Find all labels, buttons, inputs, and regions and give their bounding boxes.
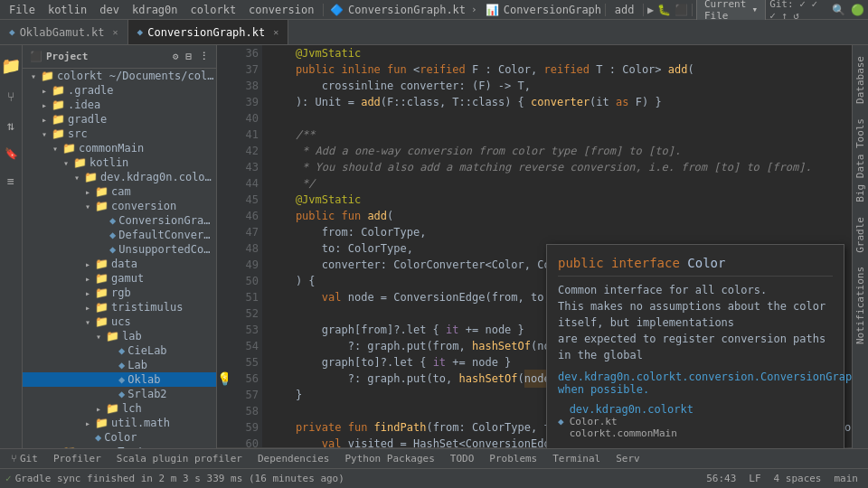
tab-conversiongraph-close[interactable]: ✕ — [273, 27, 278, 37]
tree-gradle[interactable]: ▸ 📁 .gradle — [23, 83, 216, 98]
status-check1: ✓ — [5, 473, 12, 484]
tree-gamut-label: gamut — [111, 272, 216, 285]
bottom-tab-profiler[interactable]: Profiler — [46, 451, 108, 466]
tree-defaultconversions-label: DefaultConversions — [118, 229, 216, 241]
menu-kotlin[interactable]: kotlin — [42, 2, 92, 18]
ln-58: 58 — [231, 403, 259, 419]
git-panel-btn[interactable]: ⑂ — [4, 86, 18, 108]
structure-btn[interactable]: ≡ — [4, 171, 18, 192]
tree-commonmain-label: commonMain — [79, 142, 216, 155]
bottom-tab-terminal[interactable]: Terminal — [545, 451, 608, 466]
code-line-42: * Add a one-way conversion from color ty… — [269, 143, 844, 159]
oklabgamut-icon: ◆ — [9, 26, 15, 38]
bottom-tab-problems[interactable]: Problems — [482, 451, 544, 466]
debug-icon[interactable]: 🐛 — [657, 4, 671, 16]
tree-src[interactable]: ▾ 📁 src — [23, 127, 216, 141]
bigdata-panel-btn[interactable]: Big Data Tools — [853, 111, 868, 210]
gutter-39 — [217, 94, 228, 110]
tree-oklab[interactable]: ◆ Oklab — [23, 372, 216, 387]
project-panel-btn[interactable]: 📁 — [0, 52, 24, 79]
tree-defaultconversions[interactable]: ◆ DefaultConversions — [23, 228, 216, 242]
bottom-tab-git[interactable]: ⑂ Git — [4, 451, 45, 466]
terminal-tab-label: Terminal — [552, 453, 600, 465]
tab-oklabgamut[interactable]: ◆ OklabGamut.kt ✕ — [0, 20, 128, 44]
status-position[interactable]: 56:43 — [702, 473, 741, 484]
tree-commonmain-icon: 📁 — [62, 142, 76, 155]
search-icon[interactable]: 🔍 — [832, 4, 845, 16]
tree-utilmath-icon: 📁 — [95, 417, 108, 429]
gutter-48 — [217, 240, 228, 257]
status-branch[interactable]: main — [830, 473, 863, 484]
tooltip-link2[interactable]: dev.kdrag0n.colorkt — [570, 403, 693, 416]
tree-rgb[interactable]: ▸ 📁 rgb — [23, 286, 216, 300]
tree-gradle2-label: gradle — [68, 113, 216, 126]
bottom-tab-todo[interactable]: TODO — [443, 451, 482, 466]
sidebar-collapse-icon[interactable]: ⊟ — [185, 51, 192, 62]
menu-dev[interactable]: dev — [94, 2, 125, 18]
tree-utilmath[interactable]: ▸ 📁 util.math — [23, 416, 216, 430]
tree-ucs-icon: 📁 — [95, 315, 108, 328]
tree-lab-file[interactable]: ◆ Lab — [23, 358, 216, 372]
status-indent[interactable]: 4 spaces — [769, 473, 826, 484]
tree-commonmain-arrow: ▾ — [48, 144, 62, 154]
menu-file[interactable]: File — [4, 2, 41, 18]
stop-icon[interactable]: ⬛ — [675, 4, 688, 16]
tree-gradle2[interactable]: ▸ 📁 gradle — [23, 112, 216, 127]
tree-cam[interactable]: ▸ 📁 cam — [23, 184, 216, 199]
sidebar-more-icon[interactable]: ⋮ — [199, 51, 209, 62]
bookmarks-btn[interactable]: 🔖 — [1, 144, 22, 164]
tree-tristimulus[interactable]: ▸ 📁 tristimulus — [23, 300, 216, 314]
tooltip-title: public interface Color — [558, 256, 833, 270]
tree-idea-arrow: ▸ — [37, 100, 52, 110]
tree-lch[interactable]: ▸ 📁 lch — [23, 401, 216, 416]
tree-conversiongraph-file[interactable]: ◆ ConversionGraph.kt — [23, 213, 216, 228]
pull-requests-btn[interactable]: ⇅ — [4, 115, 18, 136]
menu-conversion[interactable]: conversion — [243, 2, 319, 18]
bottom-tab-serv[interactable]: Serv — [609, 451, 647, 466]
tooltip-file1: Color.kt — [570, 416, 693, 427]
menu-bar: File kotlin dev kdrag0n colorkt conversi… — [0, 0, 868, 20]
sidebar-settings-icon[interactable]: ⚙ — [173, 51, 179, 62]
tree-ucs[interactable]: ▾ 📁 ucs — [23, 314, 216, 329]
menu-colorkt[interactable]: colorkt — [185, 2, 242, 18]
tree-cielab[interactable]: ◆ CieLab — [23, 343, 216, 358]
ln-59: 59 — [231, 419, 259, 436]
notifications-panel-btn[interactable]: Notifications — [853, 259, 868, 352]
bottom-tab-scala[interactable]: Scala plugin profiler — [109, 451, 250, 466]
tree-pkg-icon: 📁 — [84, 171, 98, 183]
tree-srlab2[interactable]: ◆ Srlab2 — [23, 387, 216, 401]
bottom-tab-python[interactable]: Python Packages — [337, 451, 441, 466]
status-encoding[interactable]: LF — [744, 473, 765, 484]
tree-gamut[interactable]: ▸ 📁 gamut — [23, 271, 216, 286]
database-panel-btn[interactable]: Database — [853, 49, 868, 111]
tree-lab-label: lab — [122, 330, 216, 343]
menu-add[interactable]: add — [609, 2, 640, 18]
tree-src-icon: 📁 — [52, 127, 65, 140]
tree-data[interactable]: ▸ 📁 data — [23, 257, 216, 271]
bottom-tab-deps[interactable]: Dependencies — [250, 451, 336, 466]
gutter-bulb-56[interactable]: 💡 — [217, 371, 228, 387]
gradle-panel-btn[interactable]: Gradle — [853, 210, 868, 260]
ln-40: 40 — [231, 110, 259, 127]
editor-area: 💡 36 37 38 39 40 41 42 — [217, 45, 852, 448]
menu-kdrag0n[interactable]: kdrag0n — [127, 2, 184, 18]
tab-conversiongraph[interactable]: ◆ ConversionGraph.kt ✕ — [128, 20, 289, 44]
tree-conversion[interactable]: ▾ 📁 conversion — [23, 199, 216, 213]
tree-root[interactable]: ▾ 📁 colorkt ~/Documents/colorkt — [23, 69, 216, 83]
todo-tab-label: TODO — [450, 453, 475, 465]
code-line-47: from: ColorType, — [269, 224, 844, 240]
tree-kotlin[interactable]: ▾ 📁 kotlin — [23, 155, 216, 170]
run-icon[interactable]: ▶ — [647, 4, 654, 16]
tooltip-link1[interactable]: dev.kdrag0n.colorkt.conversion.Conversio… — [558, 371, 833, 396]
tree-commonmain[interactable]: ▾ 📁 commonMain — [23, 141, 216, 155]
menu-separator-4 — [692, 4, 693, 16]
tooltip-popup: public interface Color Common interface … — [546, 244, 844, 448]
tree-root-arrow: ▾ — [26, 71, 41, 81]
ln-42: 42 — [231, 143, 259, 159]
tree-pkg[interactable]: ▾ 📁 dev.kdrag0n.colorkt — [23, 170, 216, 184]
tree-idea[interactable]: ▸ 📁 .idea — [23, 98, 216, 112]
tree-color-file[interactable]: ◆ Color — [23, 430, 216, 445]
tab-oklabgamut-close[interactable]: ✕ — [113, 27, 118, 37]
tree-lab[interactable]: ▾ 📁 lab — [23, 329, 216, 343]
tree-unsupported[interactable]: ◆ UnsupportedConve... — [23, 242, 216, 257]
